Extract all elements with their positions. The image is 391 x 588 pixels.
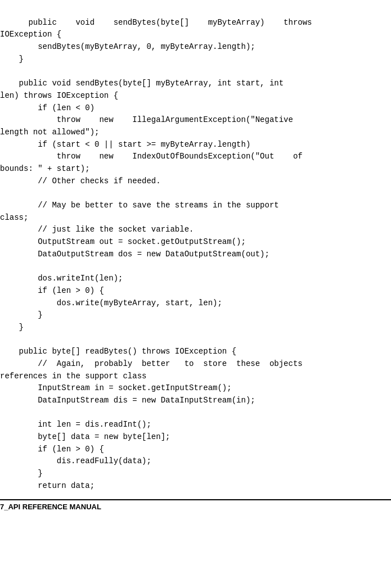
code-block: public void sendBytes(byte[] myByteArray…	[0, 0, 391, 497]
footer: 7_API REFERENCE MANUAL	[0, 499, 391, 513]
footer-label: 7_API REFERENCE MANUAL	[0, 503, 101, 511]
code-text: public void sendBytes(byte[] myByteArray…	[0, 18, 312, 490]
